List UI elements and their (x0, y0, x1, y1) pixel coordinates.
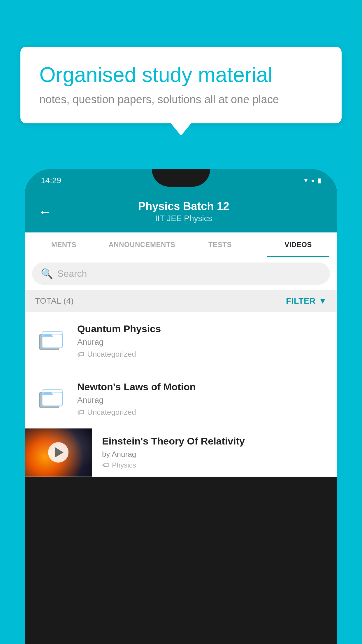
video-tag-1: 🏷 Uncategorized (77, 350, 327, 359)
folder-thumb-1 (35, 324, 68, 358)
list-item[interactable]: Einstein's Theory Of Relativity by Anura… (25, 428, 337, 477)
tab-videos[interactable]: VIDEOS (259, 232, 337, 257)
video-list: Quantum Physics Anurag 🏷 Uncategorized (25, 312, 337, 477)
filter-button[interactable]: FILTER ▼ (286, 296, 327, 306)
app-bar: ← Physics Batch 12 IIT JEE Physics (25, 192, 337, 232)
video-title-2: Newton's Laws of Motion (77, 381, 327, 393)
phone-frame: 14:29 ▾ ◂ ▮ ← Physics Batch 12 IIT JEE P… (25, 169, 337, 644)
video-tag-2: 🏷 Uncategorized (77, 408, 327, 417)
speech-bubble-container: Organised study material notes, question… (20, 47, 342, 123)
speech-bubble: Organised study material notes, question… (20, 47, 342, 123)
status-icons: ▾ ◂ ▮ (304, 177, 321, 184)
search-container: 🔍 Search (25, 257, 337, 290)
back-button[interactable]: ← (38, 204, 52, 220)
app-title-main: Physics Batch 12 (61, 200, 307, 213)
status-time: 14:29 (41, 176, 61, 185)
video-title-3: Einstein's Theory Of Relativity (102, 435, 330, 447)
tabs-bar: MENTS ANNOUNCEMENTS TESTS VIDEOS (25, 232, 337, 257)
filter-row: TOTAL (4) FILTER ▼ (25, 290, 337, 312)
video-info-2: Newton's Laws of Motion Anurag 🏷 Uncateg… (77, 381, 327, 417)
video-info-1: Quantum Physics Anurag 🏷 Uncategorized (77, 323, 327, 359)
tag-icon-1: 🏷 (77, 350, 84, 358)
video-author-2: Anurag (77, 396, 327, 405)
tag-icon-3: 🏷 (102, 461, 109, 469)
speech-bubble-subtext: notes, question papers, solutions all at… (39, 93, 323, 106)
thumb-overlay (25, 428, 92, 477)
total-count: TOTAL (4) (35, 296, 74, 306)
search-icon: 🔍 (41, 268, 53, 279)
tab-tests[interactable]: TESTS (181, 232, 259, 257)
video-tag-3: 🏷 Physics (102, 461, 330, 469)
speech-bubble-headline: Organised study material (39, 63, 323, 87)
video-author-1: Anurag (77, 337, 327, 347)
tab-announcements[interactable]: ANNOUNCEMENTS (103, 232, 181, 257)
list-item[interactable]: Newton's Laws of Motion Anurag 🏷 Uncateg… (25, 370, 337, 428)
video-info-3: Einstein's Theory Of Relativity by Anura… (101, 428, 337, 477)
video-tag-label-1: Uncategorized (87, 350, 136, 359)
filter-label: FILTER (286, 296, 316, 306)
search-bar[interactable]: 🔍 Search (32, 262, 330, 285)
filter-icon: ▼ (319, 296, 327, 306)
video-author-3: by Anurag (102, 450, 330, 459)
video-tag-label-2: Uncategorized (87, 408, 136, 417)
status-bar: 14:29 ▾ ◂ ▮ (25, 169, 337, 192)
folder-thumb-2 (35, 382, 68, 416)
content-area: 🔍 Search TOTAL (4) FILTER ▼ (25, 257, 337, 477)
tag-icon-2: 🏷 (77, 408, 84, 416)
signal-icon: ◂ (311, 177, 314, 184)
battery-icon: ▮ (318, 177, 321, 184)
tab-ments[interactable]: MENTS (25, 232, 103, 257)
video-tag-label-3: Physics (112, 461, 136, 469)
video-title-1: Quantum Physics (77, 323, 327, 335)
app-bar-title: Physics Batch 12 IIT JEE Physics (61, 200, 307, 223)
wifi-icon: ▾ (304, 177, 307, 184)
app-title-sub: IIT JEE Physics (61, 214, 307, 223)
search-input[interactable]: Search (57, 268, 87, 279)
list-item[interactable]: Quantum Physics Anurag 🏷 Uncategorized (25, 312, 337, 370)
video-thumbnail-3 (25, 428, 92, 477)
